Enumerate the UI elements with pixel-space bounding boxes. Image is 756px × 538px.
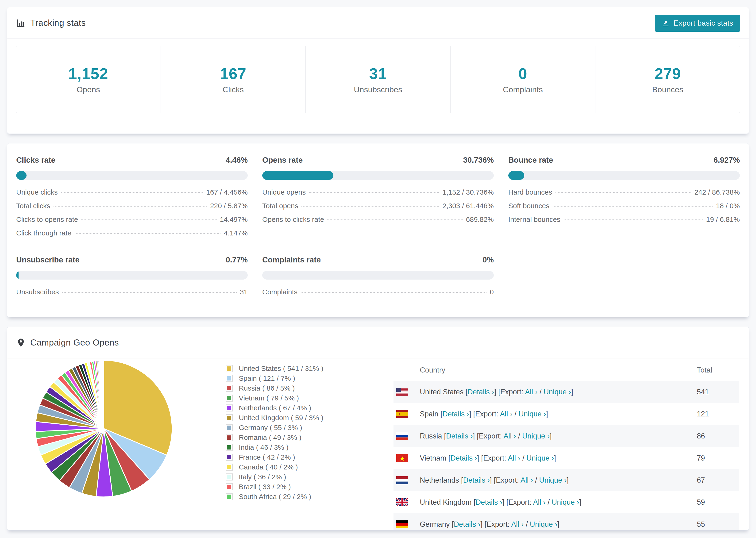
export-unique-link-germany[interactable]: Unique › [530, 520, 557, 528]
legend-label-united-kingdom: United Kingdom ( 59 / 3% ) [239, 414, 323, 422]
details-link-united-kingdom[interactable]: Details › [476, 498, 503, 506]
legend-swatch-brazil [226, 483, 233, 490]
stat-label-clicks: Clicks [223, 85, 244, 94]
legend-swatch-italy [226, 473, 233, 480]
details-link-netherlands[interactable]: Details › [463, 476, 490, 484]
details-link-germany[interactable]: Details › [454, 520, 481, 528]
export-unique-link-united-states[interactable]: Unique › [544, 388, 571, 396]
export-unique-link-united-kingdom[interactable]: Unique › [552, 498, 579, 506]
rate-row-total-clicks: Total clicks220 / 5.87% [16, 202, 248, 215]
legend-item-south-africa[interactable]: South Africa ( 29 / 2% ) [226, 492, 376, 502]
legend-item-brazil[interactable]: Brazil ( 33 / 2% ) [226, 482, 376, 492]
stat-label-opens: Opens [77, 85, 100, 94]
legend-item-netherlands[interactable]: Netherlands ( 67 / 4% ) [226, 403, 376, 413]
country-cell-germany: Germany [Details ›] [Export: All › / Uni… [420, 520, 559, 529]
rate-title-unsubscribe-rate: Unsubscribe rate [16, 255, 80, 264]
total-cell-netherlands: 67 [697, 476, 705, 484]
export-all-link-germany[interactable]: All › [511, 520, 523, 528]
export-all-link-netherlands[interactable]: All › [520, 476, 533, 484]
rate-row-soft-bounces: Soft bounces18 / 0% [508, 202, 740, 215]
legend-label-india: India ( 46 / 3% ) [239, 443, 289, 452]
column-header-country: Country [394, 366, 445, 374]
bar-chart-icon [16, 18, 26, 28]
flag-vn-icon [396, 454, 408, 462]
export-unique-link-vietnam[interactable]: Unique › [526, 454, 554, 462]
export-all-link-russia[interactable]: All › [504, 432, 516, 440]
stat-box-bounces: 279Bounces [595, 46, 740, 113]
rate-row-label-soft-bounces: Soft bounces [508, 202, 549, 210]
rates-card: Clicks rate4.46%Unique clicks167 / 4.456… [7, 143, 749, 317]
stat-box-complaints: 0Complaints [451, 46, 595, 113]
rate-row-label-internal-bounces: Internal bounces [508, 215, 561, 224]
export-all-link-spain[interactable]: All › [500, 410, 512, 418]
export-unique-link-netherlands[interactable]: Unique › [539, 476, 567, 484]
legend-item-united-states[interactable]: United States ( 541 / 31% ) [226, 364, 376, 373]
rate-row-value-unique-opens: 1,152 / 30.736% [442, 188, 494, 196]
legend-item-germany[interactable]: Germany ( 55 / 3% ) [226, 423, 376, 433]
legend-item-vietnam[interactable]: Vietnam ( 79 / 5% ) [226, 393, 376, 403]
export-unique-link-russia[interactable]: Unique › [522, 432, 550, 440]
legend-label-italy: Italy ( 36 / 2% ) [239, 473, 286, 481]
country-cell-united-kingdom: United Kingdom [Details ›] [Export: All … [420, 498, 581, 507]
table-row-russia: Russia [Details ›] [Export: All › / Uniq… [394, 425, 739, 447]
rate-block-bounce-rate: Bounce rate6.927%Hard bounces242 / 86.73… [508, 156, 740, 243]
total-cell-germany: 55 [697, 520, 705, 529]
dotted-leader [309, 192, 439, 193]
geo-opens-pie-chart [34, 359, 173, 498]
progress-bar-unsubscribe-rate [16, 271, 248, 280]
legend-item-russia[interactable]: Russia ( 86 / 5% ) [226, 383, 376, 393]
rate-row-label-hard-bounces: Hard bounces [508, 188, 552, 196]
rate-head-bounce-rate: Bounce rate6.927% [508, 156, 740, 165]
rate-row-label-complaints: Complaints [262, 288, 297, 296]
geo-title-text: Campaign Geo Opens [30, 338, 119, 348]
details-link-spain[interactable]: Details › [443, 410, 469, 418]
dotted-leader [556, 192, 691, 193]
rate-row-value-unsubscribes: 31 [240, 288, 248, 296]
rate-row-unsubscribes: Unsubscribes31 [16, 288, 248, 301]
stat-value-bounces: 279 [654, 65, 681, 82]
progress-fill-bounce-rate [508, 171, 524, 180]
dotted-leader [81, 219, 216, 220]
legend-item-india[interactable]: India ( 46 / 3% ) [226, 443, 376, 452]
export-unique-link-spain[interactable]: Unique › [518, 410, 546, 418]
rate-row-value-unique-clicks: 167 / 4.456% [206, 188, 248, 196]
table-row-netherlands: Netherlands [Details ›] [Export: All › /… [394, 469, 739, 491]
legend-label-south-africa: South Africa ( 29 / 2% ) [239, 493, 311, 501]
legend-item-france[interactable]: France ( 42 / 2% ) [226, 452, 376, 462]
geo-table: Country Total United States [Details ›] … [394, 359, 739, 530]
details-link-russia[interactable]: Details › [446, 432, 473, 440]
stat-label-unsubscribes: Unsubscribes [354, 85, 402, 94]
legend-item-spain[interactable]: Spain ( 121 / 7% ) [226, 373, 376, 383]
dotted-leader [62, 292, 237, 293]
legend-label-russia: Russia ( 86 / 5% ) [239, 384, 295, 392]
total-cell-united-kingdom: 59 [697, 498, 705, 507]
tracking-stats-header: Tracking stats Export basic stats [7, 7, 749, 39]
legend-swatch-france [226, 454, 233, 461]
export-all-link-vietnam[interactable]: All › [508, 454, 520, 462]
rate-row-value-click-through-rate: 4.147% [224, 229, 248, 237]
details-link-vietnam[interactable]: Details › [450, 454, 477, 462]
legend-label-netherlands: Netherlands ( 67 / 4% ) [239, 404, 311, 412]
dotted-leader [75, 233, 220, 234]
legend-item-romania[interactable]: Romania ( 49 / 3% ) [226, 433, 376, 443]
total-cell-united-states: 541 [697, 388, 709, 396]
stat-box-unsubscribes: 31Unsubscribes [306, 46, 451, 113]
total-cell-vietnam: 79 [697, 454, 705, 462]
legend-swatch-india [226, 444, 233, 451]
rate-row-value-total-clicks: 220 / 5.87% [210, 202, 248, 210]
rate-row-value-hard-bounces: 242 / 86.738% [694, 188, 740, 196]
export-all-link-united-states[interactable]: All › [525, 388, 537, 396]
export-basic-stats-label: Export basic stats [674, 19, 733, 27]
flag-gb-icon [396, 498, 408, 506]
export-all-link-united-kingdom[interactable]: All › [533, 498, 545, 506]
legend-item-italy[interactable]: Italy ( 36 / 2% ) [226, 472, 376, 482]
flag-de-icon [396, 520, 408, 528]
stat-box-opens: 1,152Opens [16, 46, 161, 113]
legend-label-romania: Romania ( 49 / 3% ) [239, 434, 301, 442]
legend-swatch-united-states [226, 365, 233, 372]
export-basic-stats-button[interactable]: Export basic stats [655, 15, 740, 32]
details-link-united-states[interactable]: Details › [467, 388, 494, 396]
geo-title: Campaign Geo Opens [16, 338, 119, 348]
legend-item-canada[interactable]: Canada ( 40 / 2% ) [226, 462, 376, 472]
legend-item-united-kingdom[interactable]: United Kingdom ( 59 / 3% ) [226, 413, 376, 423]
